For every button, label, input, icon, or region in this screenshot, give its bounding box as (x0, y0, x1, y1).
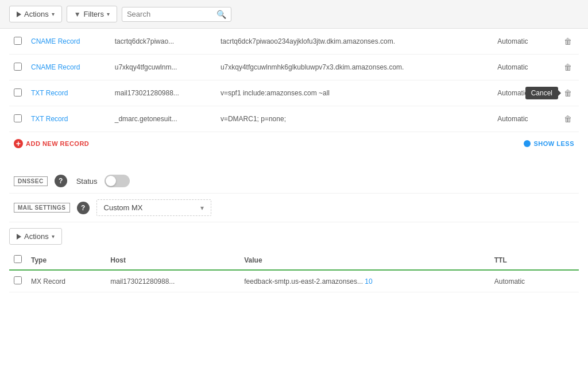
mail-question-icon: ? (81, 204, 85, 212)
play-icon (17, 11, 21, 17)
bottom-actions-label: Actions (24, 232, 49, 241)
record-type: CNAME Record (26, 55, 110, 80)
dropdown-arrow-icon: ▾ (200, 204, 204, 212)
status-label: Status (76, 177, 98, 186)
delete-button[interactable]: 🗑 (562, 34, 574, 48)
table-row: CNAME Record tacrtq6dck7piwao... tacrtq6… (9, 29, 579, 55)
record-host: mail173021280988... (110, 80, 216, 106)
record-host: u7xkqy4tfgcuwlnm... (110, 55, 216, 80)
bottom-play-icon (17, 234, 21, 240)
table-row: TXT Record _dmarc.getonesuit... v=DMARC1… (9, 106, 579, 132)
filter-icon: ▼ (74, 10, 81, 18)
ttl-num: 10 (365, 277, 372, 286)
table-row: CNAME Record u7xkqy4tfgcuwlnm... u7xkqy4… (9, 55, 579, 80)
delete-container: 🗑 (562, 34, 574, 48)
row-checkbox[interactable] (14, 88, 22, 97)
toggle-track (105, 175, 130, 187)
chevron-down-icon: ▾ (52, 11, 55, 17)
record-ttl: Automatic (493, 29, 550, 55)
bottom-toolbar: Actions ▾ (0, 222, 588, 250)
record-ttl: Automatic (493, 55, 550, 80)
show-less-dot-icon (524, 140, 531, 147)
search-input[interactable] (127, 10, 213, 18)
record-value: u7xkqy4tfgcuwlnmhk6glkubluwpv7x3.dkim.am… (216, 55, 493, 80)
show-less-label: SHOW LESS (533, 140, 574, 147)
add-record-label: ADD NEW RECORD (26, 140, 89, 147)
filters-button[interactable]: ▼ Filters ▾ (67, 6, 117, 22)
records-table: CNAME Record tacrtq6dck7piwao... tacrtq6… (9, 29, 579, 132)
row-checkbox[interactable] (14, 276, 22, 284)
record-ttl: Automatic (493, 80, 550, 106)
search-icon: 🔍 (216, 10, 226, 19)
custom-mx-label: Custom MX (104, 203, 143, 212)
add-icon: + (14, 139, 23, 148)
question-icon: ? (59, 177, 63, 185)
record-host: mail173021280988... (106, 270, 239, 292)
record-value: tacrtq6dck7piwaoo234ayjklofu3jtw.dkim.am… (216, 29, 493, 55)
dnssec-label: DNSSEC (14, 176, 48, 186)
record-ttl: Automatic (493, 106, 550, 132)
dnssec-row: DNSSEC ? Status (9, 169, 579, 194)
table-row: TXT Record mail173021280988... v=spf1 in… (9, 80, 579, 106)
column-header: Type (26, 250, 106, 270)
filters-chevron-icon: ▾ (107, 11, 110, 17)
row-checkbox[interactable] (14, 114, 22, 122)
row-checkbox[interactable] (14, 37, 22, 45)
actions-button[interactable]: Actions ▾ (9, 6, 62, 22)
actions-label: Actions (24, 10, 49, 18)
table-header-row: TypeHostValueTTL (9, 250, 579, 270)
main-content: CNAME Record tacrtq6dck7piwao... tacrtq6… (0, 29, 588, 222)
select-all-checkbox[interactable] (14, 255, 22, 263)
record-value: v=spf1 include:amazonses.com ~all (216, 80, 493, 106)
delete-button[interactable]: 🗑 (562, 86, 574, 100)
record-type: MX Record (26, 270, 106, 292)
record-ttl: Automatic (490, 270, 562, 292)
delete-container: 🗑 (562, 112, 574, 126)
bottom-table-container: TypeHostValueTTL MX Record mail173021280… (0, 250, 588, 292)
delete-button[interactable]: 🗑 (562, 60, 574, 74)
record-value: v=DMARC1; p=none; (216, 106, 493, 132)
bottom-chevron-icon: ▾ (52, 233, 55, 240)
custom-mx-dropdown[interactable]: Custom MX ▾ (96, 199, 211, 216)
mail-settings-help-button[interactable]: ? (77, 202, 90, 214)
toggle-thumb (106, 176, 116, 186)
bottom-records-table: TypeHostValueTTL MX Record mail173021280… (9, 250, 579, 292)
table-row: MX Record mail173021280988... feedback-s… (9, 270, 579, 292)
record-host: tacrtq6dck7piwao... (110, 29, 216, 55)
mail-settings-row: MAIL SETTINGS ? Custom MX ▾ (9, 194, 579, 222)
add-record-button[interactable]: + ADD NEW RECORD (14, 139, 89, 148)
column-header: Host (106, 250, 239, 270)
column-header: TTL (490, 250, 562, 270)
record-value: feedback-smtp.us-east-2.amazonses... 10 (239, 270, 490, 292)
record-type: CNAME Record (26, 29, 110, 55)
row-checkbox[interactable] (14, 63, 22, 71)
filters-label: Filters (84, 10, 104, 18)
dnssec-help-button[interactable]: ? (55, 175, 67, 187)
delete-container: 🗑 (562, 60, 574, 74)
record-host: _dmarc.getonesuit... (110, 106, 216, 132)
search-box: 🔍 (122, 7, 231, 22)
record-type: TXT Record (26, 106, 110, 132)
mail-settings-label: MAIL SETTINGS (14, 203, 70, 213)
delete-container: Cancel 🗑 (562, 86, 574, 100)
bottom-actions-button[interactable]: Actions ▾ (9, 228, 62, 245)
top-toolbar: Actions ▾ ▼ Filters ▾ 🔍 (0, 0, 588, 29)
dnssec-toggle[interactable] (105, 175, 130, 187)
show-less-button[interactable]: SHOW LESS (524, 140, 574, 147)
column-header: Value (239, 250, 490, 270)
delete-button[interactable]: 🗑 (562, 112, 574, 126)
add-record-row: + ADD NEW RECORD SHOW LESS (9, 132, 579, 155)
record-type: TXT Record (26, 80, 110, 106)
